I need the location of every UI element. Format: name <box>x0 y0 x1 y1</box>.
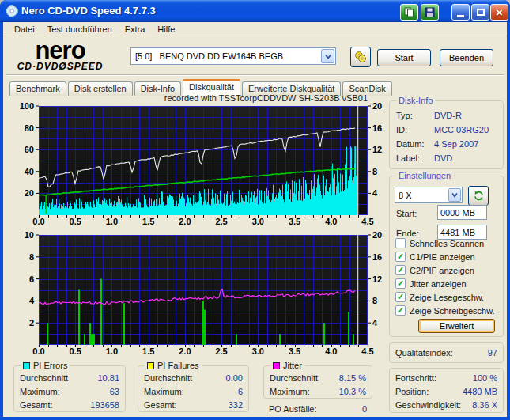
svg-text:4.5: 4.5 <box>361 346 373 356</box>
cdvdspeed-logo-text: CD·DVDØSPEED <box>13 62 108 71</box>
save-button[interactable] <box>421 4 439 21</box>
checkbox-jitter[interactable]: Jitter anzeigen <box>395 278 500 289</box>
disk-id-label: ID: <box>396 125 434 134</box>
close-button[interactable]: × <box>490 4 508 21</box>
disk-label-label: Label: <box>396 153 434 163</box>
menu-item-test[interactable]: Test durchführen <box>41 23 119 36</box>
speed-value: 8.36 X <box>472 400 497 410</box>
title-bar[interactable]: Nero CD-DVD Speed 4.7.7.3 × <box>0 0 510 22</box>
maximize-button[interactable] <box>471 4 489 21</box>
menu-item-hilfe[interactable]: Hilfe <box>151 23 181 36</box>
pi-errors-color-swatch <box>23 362 30 369</box>
checkbox-box[interactable] <box>395 292 406 302</box>
speed-select-value: 8 X <box>395 191 448 200</box>
stat-value: 6 <box>238 387 243 396</box>
svg-text:20: 20 <box>372 101 382 111</box>
stat-value: 10.81 <box>97 373 119 383</box>
svg-text:16: 16 <box>372 123 382 133</box>
svg-text:3.5: 3.5 <box>289 346 300 356</box>
minimize-button[interactable] <box>451 4 470 21</box>
checkbox-box[interactable] <box>395 278 406 289</box>
disk-info-row: Typ:DVD-R <box>390 108 503 123</box>
svg-text:8: 8 <box>372 296 377 305</box>
stat-label: Gesamt: <box>20 400 90 410</box>
checkbox-box[interactable] <box>395 305 406 316</box>
minimize-icon <box>457 15 464 17</box>
svg-text:4: 4 <box>372 188 378 198</box>
jitter-group: Jitter Durchschnitt8.15 % Maximum:10.3 % <box>263 365 372 399</box>
checkbox-c1-pie[interactable]: C1/PIE anzeigen <box>395 252 500 262</box>
copy-button[interactable] <box>400 4 418 21</box>
stat-label: Durchschnitt <box>144 373 226 383</box>
checkbox-lesegeschw[interactable]: Zeige Lesegeschw. <box>395 292 500 302</box>
checkbox-label: C2/PIF anzeigen <box>410 266 474 275</box>
stat-label: Maximum: <box>20 387 110 396</box>
disk-id-value: MCC 03RG20 <box>434 125 489 134</box>
progress-group: Fortschritt:100 % Position:4480 MB Gesch… <box>389 368 504 413</box>
svg-text:2.5: 2.5 <box>215 217 227 226</box>
quit-button[interactable]: Beenden <box>440 49 493 66</box>
maximize-icon <box>477 9 485 16</box>
pif-jitter-chart: 246810481216200.00.51.01.52.02.53.03.54.… <box>3 229 389 359</box>
svg-text:12: 12 <box>372 274 382 284</box>
speed-select[interactable]: 8 X <box>395 187 463 203</box>
svg-text:40: 40 <box>25 167 34 176</box>
refresh-button[interactable] <box>468 186 489 206</box>
stat-label: Durchschnitt <box>270 373 339 383</box>
svg-text:recorded with TSSTcorpCDDVDW S: recorded with TSSTcorpCDDVDW SH-S203B vS… <box>164 93 368 103</box>
svg-text:10: 10 <box>25 230 34 240</box>
chevron-down-icon <box>451 191 459 199</box>
disc-action-button[interactable] <box>350 47 371 67</box>
stat-label: Gesamt: <box>144 400 229 410</box>
speed-label: Geschwindigkeit: <box>395 400 472 410</box>
save-icon <box>425 7 435 17</box>
menu-item-datei[interactable]: Datei <box>8 23 41 36</box>
close-icon: × <box>496 6 503 18</box>
svg-text:1.0: 1.0 <box>106 217 118 226</box>
menu-item-extra[interactable]: Extra <box>119 23 152 36</box>
svg-text:0.0: 0.0 <box>32 217 44 226</box>
drive-select-arrow[interactable] <box>321 49 334 63</box>
advanced-button[interactable]: Erweitert <box>418 319 495 333</box>
drive-select[interactable]: [5:0] BENQ DVD DD EW164B BEGB <box>130 47 336 65</box>
app-icon <box>6 5 18 17</box>
svg-text:4: 4 <box>372 318 378 327</box>
svg-text:4.0: 4.0 <box>325 217 337 226</box>
svg-text:20: 20 <box>25 188 34 198</box>
svg-text:3.5: 3.5 <box>289 217 300 226</box>
checkbox-schnelles-scannen[interactable]: Schnelles Scannen <box>395 238 500 248</box>
svg-text:8: 8 <box>372 167 377 176</box>
checkbox-box[interactable] <box>395 238 406 248</box>
svg-text:6: 6 <box>29 274 34 284</box>
svg-text:4.0: 4.0 <box>325 346 337 356</box>
menu-bar: Datei Test durchführen Extra Hilfe <box>3 22 507 36</box>
progress-label: Fortschritt: <box>395 373 473 383</box>
checkbox-label: Zeige Schreibgeschw. <box>410 306 495 316</box>
po-failures-row: PO Ausfälle: 0 <box>263 402 372 415</box>
position-label: Position: <box>395 387 463 396</box>
stat-label: Maximum: <box>270 387 339 396</box>
svg-text:20: 20 <box>372 230 382 240</box>
stat-value: 332 <box>229 400 243 410</box>
settings-checkboxes: Schnelles Scannen C1/PIE anzeigen C2/PIF… <box>395 238 500 319</box>
window-title: Nero CD-DVD Speed 4.7.7.3 <box>21 5 156 17</box>
checkbox-box[interactable] <box>395 252 406 262</box>
checkbox-box[interactable] <box>395 265 406 275</box>
disk-typ-value: DVD-R <box>434 111 462 120</box>
progress-value: 100 % <box>473 373 497 383</box>
svg-text:1.5: 1.5 <box>142 346 154 356</box>
checkbox-schreibgeschw[interactable]: Zeige Schreibgeschw. <box>395 305 500 316</box>
copy-icon <box>404 7 414 17</box>
svg-text:3.0: 3.0 <box>252 217 264 226</box>
start-button[interactable]: Start <box>377 49 431 66</box>
checkbox-c2-pif[interactable]: C2/PIF anzeigen <box>395 265 500 275</box>
start-field-label: Start: <box>396 209 417 218</box>
speed-select-arrow[interactable] <box>448 188 461 202</box>
nero-logo: nero CD·DVDØSPEED <box>13 39 108 71</box>
start-field-input[interactable] <box>437 205 487 220</box>
checkbox-label: C1/PIE anzeigen <box>410 252 475 262</box>
ende-field-label: Ende: <box>396 229 419 238</box>
refresh-icon <box>473 190 485 202</box>
drive-select-value: [5:0] BENQ DVD DD EW164B BEGB <box>131 51 321 61</box>
disk-info-row: Datum:4 Sep 2007 <box>390 137 503 151</box>
